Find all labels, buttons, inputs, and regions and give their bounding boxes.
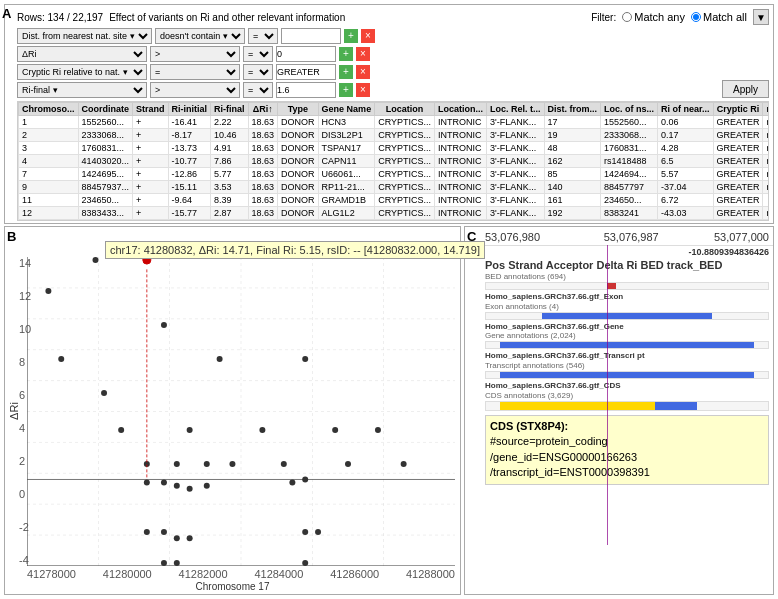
scatter-point[interactable]: [332, 427, 338, 433]
table-row[interactable]: 128383433...+-15.772.8718.63DONORALG1L2C…: [19, 207, 770, 220]
scatter-point[interactable]: [161, 560, 167, 566]
filter-eq-3[interactable]: =: [243, 64, 273, 80]
filter-value-1[interactable]: [281, 28, 341, 44]
filter-field-3[interactable]: Cryptic Ri relative to nat. ▾: [17, 64, 147, 80]
filter-value-4[interactable]: [276, 82, 336, 98]
scatter-point[interactable]: [375, 427, 381, 433]
scatter-point[interactable]: [174, 461, 180, 467]
table-row[interactable]: 11552560...+-16.412.2218.63DONORHCN3CRYP…: [19, 116, 770, 129]
scatter-point[interactable]: [289, 480, 295, 486]
table-cell: -13.73: [168, 142, 211, 155]
table-row[interactable]: 988457937...+-15.113.5318.63DONORRP11-21…: [19, 181, 770, 194]
scatter-point[interactable]: [345, 461, 351, 467]
scatter-point[interactable]: [174, 535, 180, 541]
table-cell: INTRONIC: [435, 207, 487, 220]
table-cell: -12.86: [168, 168, 211, 181]
table-cell: +: [133, 155, 169, 168]
filter-eq-1[interactable]: =: [248, 28, 278, 44]
table-cell: GREATER: [713, 220, 763, 222]
filter-field-1[interactable]: Dist. from nearest nat. site ▾: [17, 28, 152, 44]
table-cell: C12orf63: [318, 220, 375, 222]
filter-op-1[interactable]: doesn't contain ▾: [155, 28, 245, 44]
table-row[interactable]: 31760831...+-13.734.9118.63DONORTSPAN17C…: [19, 142, 770, 155]
scatter-point[interactable]: [204, 461, 210, 467]
filter-field-4[interactable]: Ri-final ▾: [17, 82, 147, 98]
scatter-point[interactable]: [58, 356, 64, 362]
table-cell: rs14071...: [763, 168, 769, 181]
table-row[interactable]: 441403020...+-10.777.8618.63DONORCAPN11C…: [19, 155, 770, 168]
table-cell: DONOR: [278, 181, 319, 194]
table-cell: INTRONIC: [435, 129, 487, 142]
filter-op-4[interactable]: >: [150, 82, 240, 98]
filter-eq-4[interactable]: =: [243, 82, 273, 98]
filter-remove-1[interactable]: ×: [361, 29, 375, 43]
table-cell: 12: [19, 207, 79, 220]
collapse-button[interactable]: ▼: [753, 9, 769, 25]
scatter-point[interactable]: [92, 257, 98, 263]
filter-add-4[interactable]: +: [339, 83, 353, 97]
filter-add-1[interactable]: +: [344, 29, 358, 43]
scatter-point[interactable]: [281, 461, 287, 467]
filter-eq-2[interactable]: =: [243, 46, 273, 62]
table-cell: 3.53: [211, 181, 249, 194]
scatter-point[interactable]: [144, 480, 150, 486]
match-any-radio[interactable]: [622, 12, 632, 22]
filter-remove-2[interactable]: ×: [356, 47, 370, 61]
scatter-point[interactable]: [259, 427, 265, 433]
scatter-point[interactable]: [174, 560, 180, 566]
scatter-point[interactable]: [174, 483, 180, 489]
scatter-point[interactable]: [187, 427, 193, 433]
table-cell: 0.06: [658, 116, 714, 129]
scatter-point[interactable]: [204, 483, 210, 489]
filter-value-2[interactable]: [276, 46, 336, 62]
table-cell: 2.22: [211, 116, 249, 129]
data-table: Chromoso...CoordinateStrandRi-initialRi-…: [18, 102, 769, 221]
table-row[interactable]: 71424695...+-12.865.7718.63DONORU66061..…: [19, 168, 770, 181]
scatter-point[interactable]: [401, 461, 407, 467]
scatter-point[interactable]: [144, 529, 150, 535]
filter-remove-3[interactable]: ×: [356, 65, 370, 79]
filter-add-2[interactable]: +: [339, 47, 353, 61]
scatter-plot: [27, 257, 455, 566]
table-cell: rs14473...: [763, 116, 769, 129]
table-cell: TSPAN17: [318, 142, 375, 155]
table-cell: 6.72: [658, 194, 714, 207]
table-row[interactable]: 11234650...+-9.648.3918.63DONORGRAMD1BCR…: [19, 194, 770, 207]
scatter-point[interactable]: [161, 322, 167, 328]
scatter-point[interactable]: [118, 427, 124, 433]
scatter-point[interactable]: [101, 390, 107, 396]
table-cell: 3'-FLANK...: [487, 194, 545, 207]
table-cell: CRYPTICS...: [375, 168, 435, 181]
filter-add-3[interactable]: +: [339, 65, 353, 79]
scatter-point[interactable]: [187, 535, 193, 541]
track-2: Homo_sapiens.GRCh37.66.gtf_Exon Exon ann…: [481, 292, 773, 322]
scatter-point[interactable]: [187, 486, 193, 492]
filter-op-3[interactable]: =: [150, 64, 240, 80]
match-all-radio[interactable]: [691, 12, 701, 22]
scatter-point[interactable]: [315, 529, 321, 535]
scatter-point[interactable]: [302, 356, 308, 362]
scatter-point[interactable]: [302, 476, 308, 482]
table-cell: 8.39: [211, 194, 249, 207]
table-cell: 2333068...: [601, 129, 658, 142]
scatter-point[interactable]: [45, 288, 51, 294]
table-cell: 3'-FLANK...: [487, 181, 545, 194]
filter-value-3[interactable]: [276, 64, 336, 80]
scatter-point[interactable]: [217, 356, 223, 362]
table-cell: 1424694...: [601, 168, 658, 181]
table-row[interactable]: 22333068...+-8.1710.4618.63DONORDIS3L2P1…: [19, 129, 770, 142]
filter-field-2[interactable]: ΔRi: [17, 46, 147, 62]
table-row[interactable]: 1297078514...+-13.185.4518.63DONORC12orf…: [19, 220, 770, 222]
scatter-point[interactable]: [302, 529, 308, 535]
table-cell: -43.03: [658, 207, 714, 220]
scatter-point[interactable]: [161, 480, 167, 486]
filter-op-2[interactable]: >: [150, 46, 240, 62]
table-cell: 18.63: [248, 220, 278, 222]
scatter-point[interactable]: [161, 529, 167, 535]
filter-remove-4[interactable]: ×: [356, 83, 370, 97]
apply-button[interactable]: Apply: [722, 80, 769, 98]
scatter-point[interactable]: [302, 560, 308, 566]
table-cell: GREATER: [713, 155, 763, 168]
track-3: Homo_sapiens.GRCh37.66.gtf_Gene Gene ann…: [481, 322, 773, 352]
scatter-point[interactable]: [229, 461, 235, 467]
